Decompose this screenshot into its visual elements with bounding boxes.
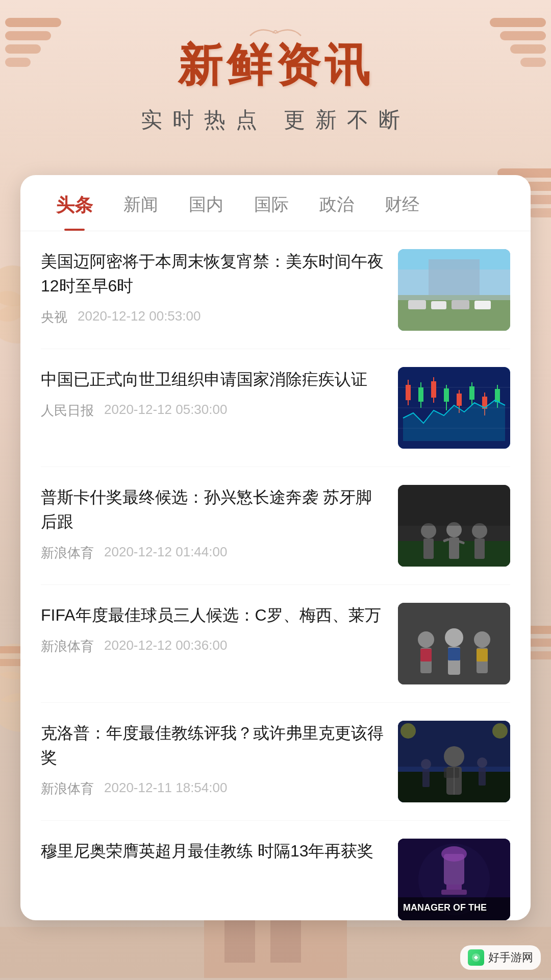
svg-point-86 xyxy=(444,746,464,767)
news-meta: 央视 2020-12-12 00:53:00 xyxy=(41,308,385,326)
svg-point-94 xyxy=(400,723,416,739)
tab-news[interactable]: 新闻 xyxy=(108,193,173,231)
news-text-block: FIFA年度最佳球员三人候选：C罗、梅西、莱万 新浪体育 2020-12-12 … xyxy=(41,603,385,655)
news-source: 新浪体育 xyxy=(41,780,94,798)
page-subtitle: 实时热点 更新不断 xyxy=(0,106,551,134)
news-list: 美国迈阿密将于本周末恢复宵禁：美东时间午夜12时至早6时 央视 2020-12-… xyxy=(20,231,531,920)
news-text-block: 穆里尼奥荣膺英超月最佳教练 时隔13年再获奖 xyxy=(41,839,385,873)
news-thumbnail xyxy=(398,249,510,331)
manager-text: MANAGER OF THE xyxy=(403,902,487,914)
svg-rect-34 xyxy=(408,300,426,309)
page-title: 新鲜资讯 xyxy=(0,41,551,90)
news-item[interactable]: FIFA年度最佳球员三人候选：C罗、梅西、莱万 新浪体育 2020-12-12 … xyxy=(41,585,510,703)
svg-rect-53 xyxy=(457,394,462,406)
watermark: 好手游网 xyxy=(460,945,541,970)
svg-point-76 xyxy=(445,628,463,647)
svg-rect-93 xyxy=(479,768,486,786)
svg-rect-27 xyxy=(0,927,204,978)
tab-domestic[interactable]: 国内 xyxy=(173,193,239,231)
news-time: 2020-12-12 00:36:00 xyxy=(104,638,227,655)
news-title: 克洛普：年度最佳教练评我？或许弗里克更该得奖 xyxy=(41,721,385,770)
news-meta: 新浪体育 2020-12-11 18:54:00 xyxy=(41,780,385,798)
svg-point-74 xyxy=(418,631,434,648)
news-meta: 新浪体育 2020-12-12 01:44:00 xyxy=(41,544,385,562)
news-item[interactable]: 穆里尼奥荣膺英超月最佳教练 时隔13年再获奖 xyxy=(41,821,510,920)
svg-rect-45 xyxy=(406,385,411,400)
svg-rect-68 xyxy=(474,538,485,559)
news-time: 2020-12-11 18:54:00 xyxy=(104,780,227,798)
news-source: 新浪体育 xyxy=(41,544,94,562)
news-item[interactable]: 中国已正式向世卫组织申请国家消除疟疾认证 人民日报 2020-12-12 05:… xyxy=(41,349,510,467)
news-time: 2020-12-12 01:44:00 xyxy=(104,544,227,562)
news-thumbnail xyxy=(398,485,510,567)
news-title: 中国已正式向世卫组织申请国家消除疟疾认证 xyxy=(41,367,385,391)
svg-rect-80 xyxy=(420,649,432,662)
news-card: 头条 新闻 国内 国际 政治 财经 美国迈阿密将于本周末恢复宵禁： xyxy=(20,175,531,920)
svg-point-78 xyxy=(474,631,490,648)
svg-rect-36 xyxy=(452,300,469,309)
news-source: 央视 xyxy=(41,308,67,326)
svg-rect-82 xyxy=(477,649,488,662)
news-text-block: 中国已正式向世卫组织申请国家消除疟疾认证 人民日报 2020-12-12 05:… xyxy=(41,367,385,420)
svg-rect-55 xyxy=(469,386,474,400)
svg-rect-101 xyxy=(446,885,462,890)
svg-rect-64 xyxy=(423,538,434,559)
tab-top[interactable]: 头条 xyxy=(41,193,108,231)
news-thumbnail xyxy=(398,603,510,684)
svg-rect-25 xyxy=(224,917,255,963)
news-time: 2020-12-12 00:53:00 xyxy=(78,308,201,326)
news-item[interactable]: 普斯卡什奖最终候选：孙兴慜长途奔袭 苏牙脚后跟 新浪体育 2020-12-12 … xyxy=(41,467,510,585)
svg-rect-51 xyxy=(444,388,449,402)
svg-rect-81 xyxy=(448,648,460,660)
svg-rect-47 xyxy=(418,387,423,402)
news-item[interactable]: 美国迈阿密将于本周末恢复宵禁：美东时间午夜12时至早6时 央视 2020-12-… xyxy=(41,231,510,349)
svg-rect-39 xyxy=(429,259,480,295)
news-source: 人民日报 xyxy=(41,402,94,420)
svg-rect-49 xyxy=(431,381,436,398)
tab-politics[interactable]: 政治 xyxy=(304,193,369,231)
svg-point-92 xyxy=(477,757,487,768)
svg-point-90 xyxy=(421,759,431,769)
news-item[interactable]: 克洛普：年度最佳教练评我？或许弗里克更该得奖 新浪体育 2020-12-11 1… xyxy=(41,703,510,821)
main-content: 新鲜资讯 实时热点 更新不断 头条 新闻 国内 国际 政治 财经 xyxy=(0,0,551,920)
tab-international[interactable]: 国际 xyxy=(239,193,304,231)
news-thumbnail: MANAGER OF THE xyxy=(398,839,510,920)
news-meta: 新浪体育 2020-12-12 00:36:00 xyxy=(41,638,385,655)
svg-point-100 xyxy=(441,846,467,862)
tab-bar: 头条 新闻 国内 国际 政治 财经 xyxy=(20,175,531,231)
svg-rect-66 xyxy=(449,537,459,559)
svg-rect-88 xyxy=(444,768,459,778)
news-title: 穆里尼奥荣膺英超月最佳教练 时隔13年再获奖 xyxy=(41,839,385,863)
svg-rect-37 xyxy=(474,301,491,309)
watermark-icon xyxy=(468,949,484,966)
news-title: FIFA年度最佳球员三人候选：C罗、梅西、莱万 xyxy=(41,603,385,627)
svg-rect-71 xyxy=(398,485,510,526)
news-text-block: 普斯卡什奖最终候选：孙兴慜长途奔袭 苏牙脚后跟 新浪体育 2020-12-12 … xyxy=(41,485,385,562)
news-title: 美国迈阿密将于本周末恢复宵禁：美东时间午夜12时至早6时 xyxy=(41,249,385,298)
news-source: 新浪体育 xyxy=(41,638,94,655)
header-section: 新鲜资讯 实时热点 更新不断 xyxy=(0,0,551,155)
news-text-block: 克洛普：年度最佳教练评我？或许弗里克更该得奖 新浪体育 2020-12-11 1… xyxy=(41,721,385,798)
news-thumbnail xyxy=(398,721,510,802)
news-time: 2020-12-12 05:30:00 xyxy=(104,402,227,420)
watermark-label: 好手游网 xyxy=(488,950,533,965)
svg-point-95 xyxy=(492,723,508,739)
news-text-block: 美国迈阿密将于本周末恢复宵禁：美东时间午夜12时至早6时 央视 2020-12-… xyxy=(41,249,385,326)
tab-finance[interactable]: 财经 xyxy=(369,193,435,231)
news-thumbnail xyxy=(398,367,510,449)
news-meta: 人民日报 2020-12-12 05:30:00 xyxy=(41,402,385,420)
svg-rect-91 xyxy=(422,769,430,787)
news-title: 普斯卡什奖最终候选：孙兴慜长途奔袭 苏牙脚后跟 xyxy=(41,485,385,534)
svg-rect-102 xyxy=(441,890,467,895)
svg-rect-26 xyxy=(270,917,301,963)
svg-rect-35 xyxy=(431,301,446,309)
